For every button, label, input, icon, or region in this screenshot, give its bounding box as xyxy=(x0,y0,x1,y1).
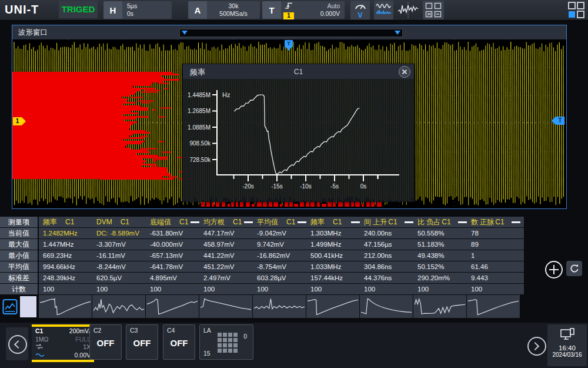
row-label: 最大值 xyxy=(0,239,38,250)
event-tick xyxy=(240,202,243,207)
measurement-value: 89 xyxy=(467,239,524,250)
measurement-column-header[interactable]: 比 负占C1 xyxy=(413,217,470,227)
measurement-value: 100 xyxy=(253,284,310,294)
svg-text:1.4485M: 1.4485M xyxy=(188,92,211,98)
measurement-column-header[interactable]: 均方根C1 xyxy=(199,217,256,227)
measurement-value: 1.033MHz xyxy=(306,261,363,272)
horizontal-settings-button[interactable]: H 5µs 0s xyxy=(103,1,172,19)
svg-text:728.50k: 728.50k xyxy=(189,157,211,163)
row-label: 当前值 xyxy=(0,228,38,238)
mask-test-icon[interactable] xyxy=(423,1,444,19)
sample-rate: 500MSa/s xyxy=(207,10,260,18)
channel-c2-card[interactable]: C2 OFF xyxy=(89,324,122,360)
window-layout-icon[interactable] xyxy=(566,1,587,19)
remote-display-icon xyxy=(547,328,587,343)
row-label: 最小值 xyxy=(0,250,38,261)
trigger-source-badge: 1 xyxy=(283,12,294,19)
clock-time: 16:40 xyxy=(547,344,587,352)
measurement-value: 9.742mV xyxy=(253,239,310,250)
measurement-value: 1.447MHz xyxy=(39,239,96,250)
trigger-position-marker[interactable]: T xyxy=(285,40,293,47)
la-channel-grid-icon xyxy=(218,333,238,353)
event-tick xyxy=(222,202,225,207)
measurement-value: 1 xyxy=(467,250,524,261)
row-label: 标准差 xyxy=(0,273,38,283)
reset-statistics-button[interactable] xyxy=(566,261,582,276)
measurement-value: 78 xyxy=(467,228,524,238)
trend-chart: 1.4485M1.2685M1.0885M908.50k728.50kHz-20… xyxy=(183,79,414,201)
measurement-column-header[interactable]: 数 正脉C1 xyxy=(467,217,524,227)
measurement-value: 9.443 xyxy=(467,273,524,283)
c3-state: OFF xyxy=(126,338,158,348)
row-label: 平均值 xyxy=(0,261,38,272)
system-clock-panel[interactable]: 16:40 2024/03/16 xyxy=(547,324,587,366)
coupling-icon xyxy=(35,343,44,352)
measurement-value: 2.497mV xyxy=(199,273,256,283)
measurement-column-header[interactable]: 底端值C1 xyxy=(146,217,203,227)
la-high-index: 0 xyxy=(243,333,247,340)
panel-prev-button[interactable] xyxy=(6,327,28,360)
acquire-label: A xyxy=(188,1,207,19)
event-tick xyxy=(273,202,278,207)
trigger-level-marker[interactable]: T xyxy=(556,117,564,125)
svg-text:-20s: -20s xyxy=(242,183,253,190)
channel-c3-card[interactable]: C3 OFF xyxy=(126,324,158,360)
c4-state: OFF xyxy=(163,338,195,348)
svg-text:Hz: Hz xyxy=(222,91,230,98)
event-tick xyxy=(269,202,272,207)
dvm-button[interactable]: V xyxy=(350,1,370,19)
channel-c4-card[interactable]: C4 OFF xyxy=(163,324,195,360)
measurement-value: 994.66kHz xyxy=(39,261,96,272)
event-tick xyxy=(280,204,282,207)
trigger-slope-icon xyxy=(284,1,293,12)
measurement-column-header[interactable]: 频率C1 xyxy=(306,217,363,227)
row-label: 计数 xyxy=(0,284,38,294)
table-page-indicator[interactable] xyxy=(20,296,36,317)
top-bar: UNI-T TRIGED H 5µs 0s A 30k 500MSa/s T 1 xyxy=(0,0,588,21)
measurement-value: 47.156µs xyxy=(360,239,417,250)
trend-chart-icon[interactable] xyxy=(2,297,18,316)
measurement-value: 1.303MHz xyxy=(306,228,363,238)
measurement-value: -8.244mV xyxy=(92,261,149,272)
measurement-value: -631.80mV xyxy=(146,228,203,238)
row-label: 测量项 xyxy=(0,217,38,227)
logic-analyzer-card[interactable]: LA 0 15 xyxy=(199,324,253,360)
channel1-level-marker[interactable]: 1 xyxy=(13,117,22,125)
panel-next-button[interactable] xyxy=(527,337,546,356)
trend-line-indicator-icon xyxy=(298,221,306,223)
trend-line-indicator-icon xyxy=(191,221,199,223)
event-tick xyxy=(351,202,354,207)
event-tick xyxy=(317,202,320,207)
measurement-column-header[interactable]: DVMC1 xyxy=(92,217,149,227)
event-tick xyxy=(300,202,304,207)
measurement-value: -641.78mV xyxy=(146,261,203,272)
event-tick xyxy=(294,204,298,207)
event-tick xyxy=(306,202,309,207)
measurement-column-header[interactable]: 频率C1 xyxy=(39,217,96,227)
close-icon[interactable] xyxy=(399,66,410,78)
trigger-settings-button[interactable]: T 1 Auto 0.000V xyxy=(262,1,345,19)
horizontal-position-scrollbar[interactable] xyxy=(179,29,403,37)
acquire-settings-button[interactable]: A 30k 500MSa/s xyxy=(188,1,260,19)
measurement-value: -40.000mV xyxy=(146,239,203,250)
event-tick xyxy=(328,202,332,207)
measurement-value: 500.41kHz xyxy=(306,250,363,261)
horizontal-label: H xyxy=(103,1,122,19)
add-measurement-button[interactable] xyxy=(545,261,563,279)
trigger-mode: Auto xyxy=(296,2,340,10)
measurement-sparkline xyxy=(253,295,306,318)
anomaly-waveform-icon[interactable] xyxy=(396,1,420,19)
fft-button[interactable] xyxy=(374,1,393,19)
svg-text:0s: 0s xyxy=(360,183,367,190)
c1-offset: 0.00V xyxy=(75,352,91,360)
scroll-right-marker-icon[interactable] xyxy=(395,31,400,35)
svg-text:-10s: -10s xyxy=(300,183,311,190)
measurement-sparkline xyxy=(146,295,199,318)
measurement-column-header[interactable]: 平均值C1 xyxy=(253,217,310,227)
measurement-column-header[interactable]: 间 上升C1 xyxy=(360,217,417,227)
scroll-left-marker-icon[interactable] xyxy=(182,31,188,35)
channel-c1-card[interactable]: C1200mV/ 1MΩFULL 1X 0.00V xyxy=(32,324,94,362)
measurement-value: 620.5µV xyxy=(92,273,149,283)
measurement-value: 603.28µV xyxy=(253,273,310,283)
measurement-table: 测量项当前值最大值最小值平均值标准差计数频率C11.2482MHz1.447MH… xyxy=(0,217,520,318)
